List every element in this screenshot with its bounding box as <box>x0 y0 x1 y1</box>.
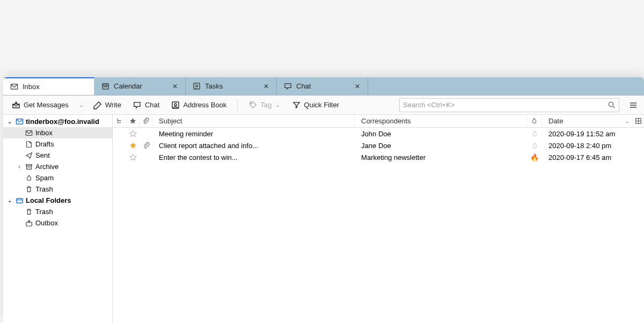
content: ⌄ tinderbox@foo.invalid Inbox Drafts <box>3 115 644 323</box>
tab-calendar[interactable]: Calendar ✕ <box>94 77 186 95</box>
folder-trash[interactable]: Trash <box>3 206 112 217</box>
column-picker-icon <box>635 118 642 124</box>
toolbar-separator <box>237 99 238 111</box>
outbox-icon <box>25 219 33 227</box>
chevron-down-icon[interactable]: ⌄ <box>6 197 13 203</box>
flame-icon <box>531 142 538 149</box>
star-outline-icon <box>129 153 137 161</box>
star-icon <box>129 118 136 124</box>
message-subject: Enter the contest to win... <box>152 153 355 162</box>
account-row[interactable]: ⌄ tinderbox@foo.invalid <box>3 116 112 127</box>
chevron-down-icon[interactable]: ⌄ <box>6 119 13 124</box>
thread-icon <box>116 118 123 124</box>
list-header: Subject Correspondents Date ⌄ <box>113 115 644 128</box>
folder-drafts[interactable]: Drafts <box>3 138 112 150</box>
message-date: 2020-09-17 6:45 am <box>542 153 633 162</box>
svg-point-4 <box>106 86 107 87</box>
folder-archive[interactable]: › Archive <box>3 161 112 172</box>
folder-label: Drafts <box>35 140 54 148</box>
col-attachment[interactable] <box>140 115 152 127</box>
address-book-button[interactable]: Address Book <box>167 99 231 112</box>
calendar-icon <box>101 82 109 91</box>
search-box[interactable] <box>399 98 619 112</box>
close-icon[interactable]: ✕ <box>354 83 361 90</box>
folder-spam[interactable]: Spam <box>3 172 112 183</box>
folder-inbox[interactable]: Inbox <box>3 127 112 138</box>
search-icon[interactable] <box>608 101 616 109</box>
tab-label: Calendar <box>114 82 142 90</box>
close-icon[interactable]: ✕ <box>171 83 179 90</box>
chat-label: Chat <box>145 101 159 109</box>
write-button[interactable]: Write <box>89 99 126 112</box>
folder-tree: ⌄ tinderbox@foo.invalid Inbox Drafts <box>3 115 113 323</box>
toolbar: Get Messages ⌄ Write Chat Address Book <box>3 96 644 115</box>
quick-filter-button[interactable]: Quick Filter <box>288 99 343 112</box>
star-toggle[interactable] <box>127 153 140 161</box>
tag-button[interactable]: Tag ⌄ <box>244 99 284 112</box>
attachment-indicator <box>140 142 152 149</box>
message-date: 2020-09-19 11:52 am <box>542 130 633 138</box>
star-filled-icon <box>129 142 137 149</box>
account-row[interactable]: ⌄ Local Folders <box>3 195 112 206</box>
flame-icon <box>531 130 538 137</box>
col-thread[interactable] <box>113 115 127 127</box>
account-name: Local Folders <box>26 196 71 204</box>
account-icon <box>15 118 24 126</box>
get-messages-button[interactable]: Get Messages <box>8 99 73 112</box>
trash-icon <box>25 208 33 216</box>
star-toggle[interactable] <box>127 142 140 149</box>
message-row[interactable]: Enter the contest to win... Marketing ne… <box>113 151 644 163</box>
tab-inbox[interactable]: Inbox <box>3 77 94 95</box>
svg-rect-13 <box>16 199 22 203</box>
tab-chat[interactable]: Chat ✕ <box>277 77 368 95</box>
tab-label: Inbox <box>23 83 40 91</box>
svg-point-2 <box>104 86 104 87</box>
folder-sent[interactable]: Sent <box>3 150 112 161</box>
col-correspondents-label: Correspondents <box>361 117 411 125</box>
app-menu-button[interactable] <box>627 99 640 112</box>
hot-indicator <box>527 130 542 137</box>
message-correspondent: Jane Doe <box>355 142 527 150</box>
filter-icon <box>292 101 301 109</box>
chevron-right-icon[interactable]: › <box>16 164 23 170</box>
envelope-icon <box>10 83 18 91</box>
close-icon[interactable]: ✕ <box>262 83 270 90</box>
message-list: Subject Correspondents Date ⌄ <box>113 115 644 323</box>
mail-app: Inbox Calendar ✕ Tasks ✕ Chat ✕ <box>3 77 644 323</box>
col-correspondents[interactable]: Correspondents <box>355 115 527 127</box>
folder-outbox[interactable]: Outbox <box>3 217 112 229</box>
flame-icon <box>531 118 538 124</box>
hot-indicator: 🔥 <box>527 153 542 162</box>
search-input[interactable] <box>403 101 608 109</box>
col-date[interactable]: Date ⌄ <box>542 115 633 127</box>
col-hot[interactable] <box>527 115 542 127</box>
folder-trash[interactable]: Trash <box>3 183 112 195</box>
star-toggle[interactable] <box>127 130 140 137</box>
local-folders-icon <box>15 196 24 205</box>
svg-point-8 <box>251 103 252 104</box>
pencil-icon <box>93 101 102 109</box>
message-row[interactable]: Client report attached and info... Jane … <box>113 140 644 151</box>
sent-icon <box>25 151 33 160</box>
tab-tasks[interactable]: Tasks ✕ <box>186 77 277 95</box>
message-row[interactable]: Meeting reminder John Doe 2020-09-19 11:… <box>113 128 644 140</box>
message-correspondent: John Doe <box>355 130 527 138</box>
col-star[interactable] <box>127 115 140 127</box>
download-mail-icon <box>12 101 20 109</box>
chevron-down-icon: ⌄ <box>625 119 630 124</box>
svg-rect-12 <box>26 164 32 166</box>
col-subject[interactable]: Subject <box>152 115 355 127</box>
svg-point-9 <box>609 102 613 106</box>
tasks-icon <box>192 82 201 91</box>
folder-label: Trash <box>35 208 53 216</box>
flame-icon: 🔥 <box>530 153 539 162</box>
chat-button[interactable]: Chat <box>129 99 164 112</box>
get-messages-dropdown[interactable]: ⌄ <box>76 100 86 110</box>
chevron-down-icon: ⌄ <box>79 102 84 108</box>
column-picker[interactable] <box>633 115 644 127</box>
attachment-icon <box>142 118 149 124</box>
list-body: Meeting reminder John Doe 2020-09-19 11:… <box>113 128 644 323</box>
drafts-icon <box>25 140 33 149</box>
folder-label: Inbox <box>35 129 53 137</box>
tag-label: Tag <box>260 101 272 109</box>
